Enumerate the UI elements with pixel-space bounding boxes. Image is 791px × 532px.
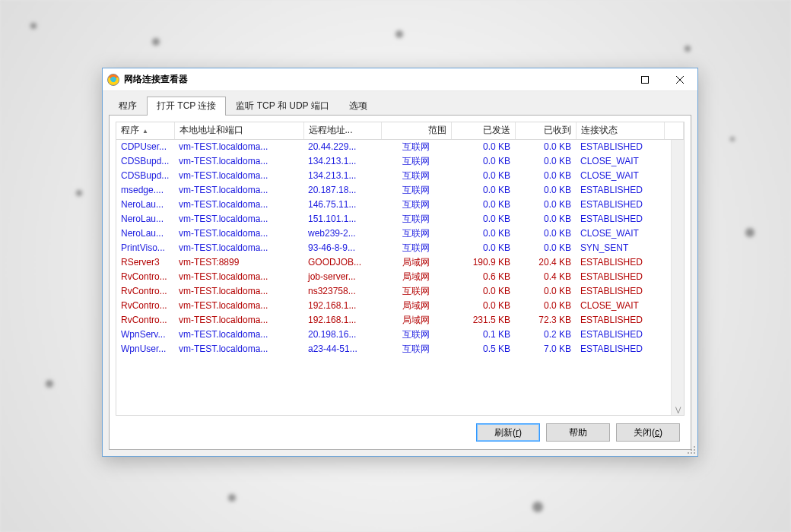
table-row[interactable]: CDSBupd...vm-TEST.localdoma...134.213.1.… (116, 154, 684, 169)
connections-listview[interactable]: 程序本地地址和端口远程地址...范围已发送已收到连接状态 CDPUser...v… (116, 122, 685, 416)
column-header-remote[interactable]: 远程地址... (303, 122, 381, 139)
table-row[interactable]: RvContro...vm-TEST.localdoma...192.168.1… (116, 313, 684, 328)
scrollbar-vertical[interactable]: ⋁ (671, 140, 684, 415)
table-row[interactable]: NeroLau...vm-TEST.localdoma...151.101.1.… (116, 212, 684, 226)
table-row[interactable]: RvContro...vm-TEST.localdoma...ns323758.… (116, 284, 684, 299)
svg-point-8 (694, 452, 695, 454)
grip-icon (685, 444, 696, 454)
table-row[interactable]: msedge....vm-TEST.localdoma...20.187.18.… (116, 183, 684, 198)
maximize-button[interactable] (627, 68, 662, 91)
tabstrip: 程序打开 TCP 连接监听 TCP 和 UDP 端口选项 (103, 91, 697, 115)
column-header-program[interactable]: 程序 (116, 122, 174, 139)
table-row[interactable]: RServer3vm-TEST:8899GOODJOB...局域网190.9 K… (116, 255, 684, 270)
dialog-footer: 刷新(r) 帮助 关闭(c) (116, 416, 685, 443)
table-row[interactable]: CDPUser...vm-TEST.localdoma...20.44.229.… (116, 139, 684, 154)
app-icon (107, 74, 119, 86)
help-button[interactable]: 帮助 (546, 423, 610, 442)
chevron-down-icon: ⋁ (675, 406, 681, 413)
tab-content: 程序本地地址和端口远程地址...范围已发送已收到连接状态 CDPUser...v… (109, 115, 691, 450)
column-header-sent[interactable]: 已发送 (451, 122, 515, 139)
table-row[interactable]: NeroLau...vm-TEST.localdoma...146.75.11.… (116, 198, 684, 212)
tab-1[interactable]: 打开 TCP 连接 (147, 97, 226, 116)
svg-point-7 (691, 452, 692, 454)
close-window-button[interactable] (662, 68, 697, 91)
resize-grip[interactable] (685, 444, 696, 454)
titlebar[interactable]: 网络连接查看器 (103, 68, 697, 91)
svg-point-5 (694, 449, 695, 451)
table-row[interactable]: RvContro...vm-TEST.localdoma...job-serve… (116, 270, 684, 284)
square-icon (641, 76, 649, 84)
close-button[interactable]: 关闭(c) (616, 423, 680, 442)
window-title: 网络连接查看器 (124, 73, 188, 86)
column-header-state[interactable]: 连接状态 (576, 122, 664, 139)
close-icon (676, 76, 684, 84)
svg-point-4 (691, 449, 692, 451)
tab-0[interactable]: 程序 (109, 97, 147, 116)
column-header-recv[interactable]: 已收到 (515, 122, 576, 139)
column-header-local[interactable]: 本地地址和端口 (174, 122, 303, 139)
table-row[interactable]: RvContro...vm-TEST.localdoma...192.168.1… (116, 299, 684, 313)
svg-point-6 (688, 452, 689, 454)
svg-point-3 (694, 446, 695, 448)
column-header-scope[interactable]: 范围 (381, 122, 451, 139)
tab-2[interactable]: 监听 TCP 和 UDP 端口 (226, 97, 338, 116)
table-row[interactable]: NeroLau...vm-TEST.localdoma...web239-2..… (116, 226, 684, 241)
table-row[interactable]: WpnServ...vm-TEST.localdoma...20.198.16.… (116, 328, 684, 342)
tab-3[interactable]: 选项 (339, 97, 377, 116)
table-row[interactable]: CDSBupd...vm-TEST.localdoma...134.213.1.… (116, 169, 684, 183)
table-row[interactable]: PrintViso...vm-TEST.localdoma...93-46-8-… (116, 241, 684, 255)
svg-rect-0 (642, 76, 649, 83)
table-row[interactable]: WpnUser...vm-TEST.localdoma...a23-44-51.… (116, 342, 684, 356)
refresh-button[interactable]: 刷新(r) (476, 423, 540, 442)
app-window: 网络连接查看器 程序打开 TCP 连接监听 TCP 和 UDP 端口选项 程序本… (102, 68, 698, 457)
